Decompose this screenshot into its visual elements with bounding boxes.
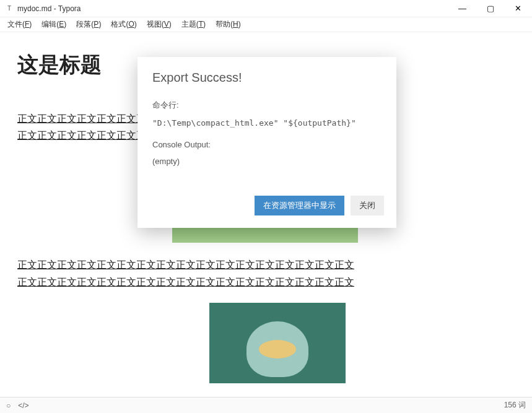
menu-edit[interactable]: 编辑(E) [37,18,71,31]
dialog-title: Export Success! [152,71,382,85]
minimize-button[interactable]: — [448,0,476,17]
menu-file[interactable]: 文件(F) [2,18,37,31]
source-mode-icon[interactable]: </> [18,401,28,410]
dialog-close-button[interactable]: 关闭 [351,196,384,215]
menu-paragraph[interactable]: 段落(P) [71,18,106,31]
app-icon: T [5,4,14,13]
outline-toggle-icon[interactable]: ○ [6,401,11,410]
paragraph-2[interactable]: 正文正文正文正文正文正文正文正文正文正文正文正文正文正文正文正文正文正文正文正文… [17,256,355,290]
window-title: mydoc.md - Typora [17,4,81,13]
word-count[interactable]: 156 词 [504,400,526,411]
close-window-button[interactable]: ✕ [504,0,532,17]
console-output-value: (empty) [152,157,382,166]
maximize-button[interactable]: ▢ [476,0,504,17]
export-success-dialog: Export Success! 命令行: "D:\Temp\compact_ht… [137,57,396,228]
reveal-in-explorer-button[interactable]: 在资源管理器中显示 [255,196,344,215]
window-controls: — ▢ ✕ [448,0,532,17]
command-label: 命令行: [152,100,382,111]
menu-help[interactable]: 帮助(H) [211,18,246,31]
menu-theme[interactable]: 主题(T) [177,18,211,31]
titlebar: T mydoc.md - Typora — ▢ ✕ [0,0,532,17]
menu-view[interactable]: 视图(V) [142,18,177,31]
statusbar: ○ </> 156 词 [0,397,532,413]
embedded-image-2[interactable] [209,303,346,383]
menubar: 文件(F) 编辑(E) 段落(P) 格式(O) 视图(V) 主题(T) 帮助(H… [0,17,532,32]
command-value: "D:\Temp\compact_html.exe" "${outputPath… [152,118,382,128]
menu-format[interactable]: 格式(O) [106,18,141,31]
console-output-label: Console Output: [152,140,382,149]
